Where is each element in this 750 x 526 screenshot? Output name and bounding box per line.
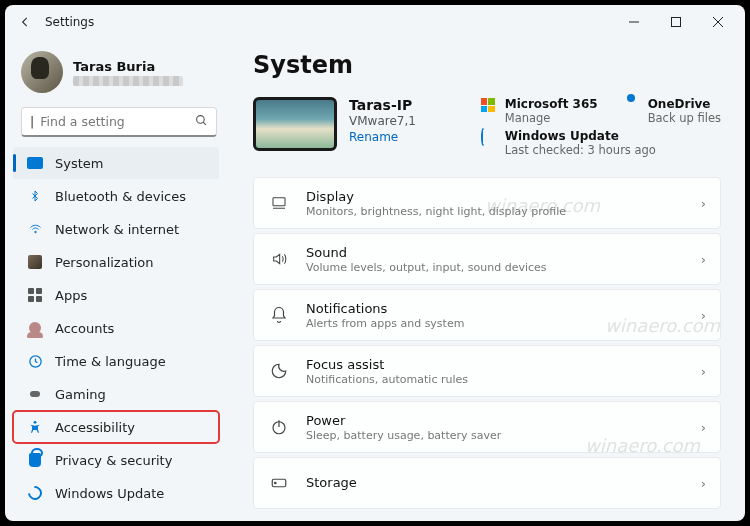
chevron-right-icon: › (701, 252, 706, 267)
svg-point-6 (34, 231, 36, 233)
card-storage[interactable]: Storage › (253, 457, 721, 509)
chevron-right-icon: › (701, 364, 706, 379)
card-title: Display (306, 189, 566, 204)
card-sub: Sleep, battery usage, battery saver (306, 429, 501, 442)
hero-tile-sub: Back up files (648, 111, 721, 125)
device-model: VMware7,1 (349, 114, 416, 128)
card-sub: Monitors, brightness, night light, displ… (306, 205, 566, 218)
card-sub: Alerts from apps and system (306, 317, 464, 330)
avatar (21, 51, 63, 93)
device-tile[interactable]: Taras-IP VMware7,1 Rename (253, 97, 416, 151)
sidebar-item-label: Accounts (55, 321, 114, 336)
card-title: Sound (306, 245, 547, 260)
power-icon (268, 416, 290, 438)
bluetooth-icon (27, 188, 43, 204)
privacy-icon (27, 452, 43, 468)
sidebar-item-accounts[interactable]: Accounts (13, 312, 219, 344)
windows-update-icon (27, 485, 43, 501)
card-title: Power (306, 413, 501, 428)
hero-tile-title: Microsoft 365 (505, 97, 598, 111)
chevron-right-icon: › (701, 420, 706, 435)
sidebar-item-system[interactable]: System (13, 147, 219, 179)
sidebar-item-gaming[interactable]: Gaming (13, 378, 219, 410)
sidebar-item-label: Apps (55, 288, 87, 303)
focus-assist-icon (268, 360, 290, 382)
card-sub: Notifications, automatic rules (306, 373, 468, 386)
hero-tile-onedrive[interactable]: OneDrive Back up files (624, 97, 721, 125)
page-title: System (253, 51, 721, 79)
accounts-icon (27, 320, 43, 336)
card-notifications[interactable]: Notifications Alerts from apps and syste… (253, 289, 721, 341)
window-title: Settings (45, 15, 94, 29)
sidebar-item-network[interactable]: Network & internet (13, 213, 219, 245)
sidebar-item-label: Privacy & security (55, 453, 172, 468)
device-name: Taras-IP (349, 97, 416, 113)
sidebar-nav: System Bluetooth & devices Network & int… (13, 147, 229, 509)
sidebar-item-label: Bluetooth & devices (55, 189, 186, 204)
search-input[interactable]: | Find a setting (21, 107, 217, 137)
microsoft365-icon (481, 98, 497, 114)
onedrive-icon (624, 98, 640, 114)
card-display[interactable]: Display Monitors, brightness, night ligh… (253, 177, 721, 229)
hero-row: Taras-IP VMware7,1 Rename Microsoft 365 … (253, 97, 721, 157)
hero-tile-sub: Manage (505, 111, 598, 125)
sidebar-item-time-language[interactable]: Time & language (13, 345, 219, 377)
sidebar-item-apps[interactable]: Apps (13, 279, 219, 311)
search-icon (195, 114, 208, 130)
card-title: Focus assist (306, 357, 468, 372)
sidebar-item-label: Accessibility (55, 420, 135, 435)
hero-tile-microsoft365[interactable]: Microsoft 365 Manage (481, 97, 598, 125)
time-language-icon (27, 353, 43, 369)
minimize-button[interactable] (613, 8, 655, 36)
storage-icon (268, 472, 290, 494)
gaming-icon (27, 386, 43, 402)
card-title: Storage (306, 475, 357, 490)
hero-tile-sub: Last checked: 3 hours ago (505, 143, 656, 157)
sidebar-item-label: Windows Update (55, 486, 164, 501)
card-focus-assist[interactable]: Focus assist Notifications, automatic ru… (253, 345, 721, 397)
maximize-button[interactable] (655, 8, 697, 36)
sidebar-item-label: Personalization (55, 255, 154, 270)
user-block[interactable]: Taras Buria (13, 47, 229, 103)
text-cursor-icon: | (30, 114, 34, 129)
device-thumbnail (253, 97, 337, 151)
main-content: System Taras-IP VMware7,1 Rename Microso… (229, 39, 745, 521)
window-controls (613, 8, 739, 36)
user-email-redacted (73, 76, 183, 86)
sidebar-item-label: Gaming (55, 387, 106, 402)
hero-tile-title: Windows Update (505, 129, 656, 143)
titlebar: Settings (5, 5, 745, 39)
sidebar-item-label: System (55, 156, 103, 171)
notifications-icon (268, 304, 290, 326)
svg-point-15 (275, 482, 277, 484)
network-icon (27, 221, 43, 237)
sidebar-item-label: Time & language (55, 354, 166, 369)
rename-link[interactable]: Rename (349, 130, 416, 144)
sidebar-item-windows-update[interactable]: Windows Update (13, 477, 219, 509)
sidebar-item-bluetooth[interactable]: Bluetooth & devices (13, 180, 219, 212)
card-sub: Volume levels, output, input, sound devi… (306, 261, 547, 274)
close-button[interactable] (697, 8, 739, 36)
sound-icon (268, 248, 290, 270)
sidebar-item-accessibility[interactable]: Accessibility (13, 411, 219, 443)
card-title: Notifications (306, 301, 464, 316)
hero-tile-windows-update[interactable]: Windows Update Last checked: 3 hours ago (481, 129, 721, 157)
accessibility-icon (27, 419, 43, 435)
sidebar-item-label: Network & internet (55, 222, 179, 237)
system-icon (27, 155, 43, 171)
svg-point-9 (34, 421, 37, 424)
svg-rect-10 (273, 198, 285, 206)
card-sound[interactable]: Sound Volume levels, output, input, soun… (253, 233, 721, 285)
back-button[interactable] (11, 8, 39, 36)
card-power[interactable]: Power Sleep, battery usage, battery save… (253, 401, 721, 453)
settings-window: Settings Taras Buria | Find a setting (5, 5, 745, 521)
search-placeholder: Find a setting (40, 114, 125, 129)
svg-point-4 (197, 115, 205, 123)
user-name: Taras Buria (73, 59, 183, 74)
sidebar-item-privacy[interactable]: Privacy & security (13, 444, 219, 476)
hero-tile-title: OneDrive (648, 97, 721, 111)
chevron-right-icon: › (701, 196, 706, 211)
apps-icon (27, 287, 43, 303)
svg-line-5 (203, 122, 206, 125)
sidebar-item-personalization[interactable]: Personalization (13, 246, 219, 278)
